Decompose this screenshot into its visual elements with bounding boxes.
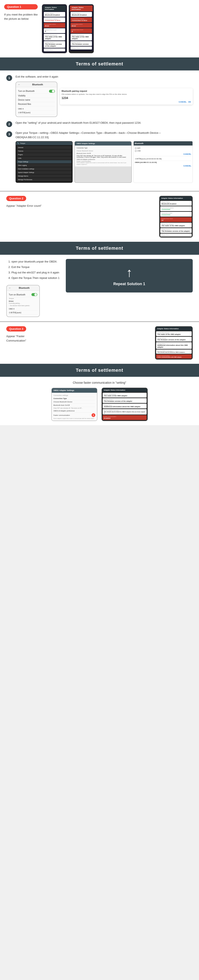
question3-badge: Question 3 bbox=[6, 326, 26, 331]
terms3-connection-settings: Connection settings bbox=[54, 394, 95, 397]
step-1-content: Exit the software, and enter it again ← … bbox=[16, 75, 193, 117]
phone-mock-2: Adapter Status Information Adapter Statu… bbox=[69, 4, 94, 53]
bt-wifi-option[interactable]: WiFi bbox=[135, 147, 191, 150]
question1-container: Question 1 If you meet the problem like … bbox=[4, 4, 38, 21]
terms3-adapter-title: Adapter Status Information bbox=[102, 388, 147, 392]
bt-devices-list: 小米手机(auto) [34:80:B3:E4:5E:5B] OBDII [AA… bbox=[135, 156, 191, 164]
step-2-text: Open the "setting" of your android,and s… bbox=[16, 121, 193, 125]
obd2-connection-type-label: Connection Type bbox=[76, 147, 87, 149]
bt-visibility-row: Visibility bbox=[18, 94, 55, 98]
bt-device-name-row: Device name bbox=[18, 98, 55, 102]
bt-cancel-btn-3[interactable]: CANCEL bbox=[183, 165, 191, 167]
q3-row-version: Adapter Version The firmware version of … bbox=[156, 337, 192, 342]
adapter-row-connection-2: Connection to adapter Connection to ECU bbox=[71, 18, 92, 22]
step-3-text: Open your Torque---setting---OBD2 Adapte… bbox=[16, 131, 193, 140]
torque-menu-themes[interactable]: Themes bbox=[17, 150, 71, 153]
question3-section: Question 3 Appear "Faster Communication"… bbox=[0, 322, 199, 364]
torque-menu-alarms[interactable]: Manage Alarms bbox=[17, 175, 71, 178]
torque-menu-obd2[interactable]: Torque Settings bbox=[17, 160, 71, 163]
obd2-faster-desc: Some adapters support this mode to commu… bbox=[76, 162, 130, 165]
torque-menu-general[interactable]: General bbox=[17, 146, 71, 149]
terms3-adapter-phone: Adapter Status Information Adapter Manuf… bbox=[102, 388, 148, 421]
torque-menu-privacy[interactable]: Manage Priv/Services bbox=[17, 178, 71, 181]
step-2-content: Open the "setting" of your android,and s… bbox=[16, 121, 193, 127]
torque-menu-units[interactable]: Units bbox=[17, 157, 71, 160]
bt-title-repeat: Bluetooth bbox=[19, 286, 30, 289]
terms3-adapter-manufacturer: Adapter Manufacturer The make of the OBD… bbox=[103, 393, 147, 398]
pin-value: 1234 bbox=[62, 96, 68, 100]
step1-bluetooth-phone: ← Bluetooth Turn on Bluetooth Visibilit bbox=[16, 81, 57, 117]
bt-turn-on-label: Turn on Bluetooth bbox=[18, 90, 35, 92]
steps-section-1: 1 Exit the software, and enter it again … bbox=[0, 70, 199, 191]
top-section: Question 1 If you meet the problem like … bbox=[0, 0, 199, 57]
bt-device-list: OBD II 小米手机(auto) bbox=[18, 107, 55, 115]
repeat-bt-toggle[interactable] bbox=[32, 293, 37, 296]
repeat-bt-device-list: OBD II 小米手机(auto) bbox=[9, 307, 37, 315]
bt-toggle-dot bbox=[52, 90, 54, 92]
phone-screen-1: Adapter Status Information Adapter Statu… bbox=[42, 5, 66, 53]
terms2-steps-container: 1. open your bluetooth,unpair the OBDII.… bbox=[6, 259, 60, 317]
bt-ok-btn[interactable]: OK bbox=[188, 101, 191, 103]
torque-menu-speech[interactable]: Speech Adapter Settings bbox=[17, 171, 71, 174]
bt-toggle[interactable] bbox=[49, 90, 55, 93]
obd2-note: Only if BT was already off. This turns o… bbox=[76, 154, 130, 158]
bt-cancel-row: CANCEL bbox=[135, 153, 191, 155]
bt-device-xiaomi[interactable]: 小米手机(auto) [34:80:B3:E4:5E:5B] bbox=[135, 157, 191, 161]
bt-pair-title: Bluetooth pairing request bbox=[62, 90, 191, 92]
question3-phone: Adapter Status Information Adapter Manuf… bbox=[155, 326, 193, 360]
question2-phone: Adapter Status Information Adapter Statu… bbox=[159, 196, 193, 237]
bt-device-obdii[interactable]: OBDII [AA:BB:CC:11:22:33] bbox=[135, 161, 191, 164]
repeat-bt-driver-label: Driver bbox=[9, 300, 37, 302]
bt-visibility-label: Visibility bbox=[18, 95, 25, 97]
terms2-step4: 4. Open the Torque.Then repeat solution … bbox=[6, 275, 60, 281]
q3-row-notes: Adapter Notes Additional information abo… bbox=[156, 342, 192, 349]
repeat-solution-label: Repeat Solution 1 bbox=[113, 282, 145, 286]
bt-device-obd[interactable]: OBD II bbox=[18, 107, 55, 111]
torque-title: Torque bbox=[20, 142, 25, 144]
adapter-row-ecu-2: Connection to ECU Error bbox=[71, 23, 92, 28]
step1-phone-header: ← Bluetooth bbox=[16, 82, 57, 87]
terms3-faster-row[interactable]: Faster communication 1 bbox=[54, 413, 95, 418]
torque-menu-dash[interactable]: Dash installation settings bbox=[17, 167, 71, 170]
repeat-bt-currently-pairing: Currently pairing... bbox=[9, 302, 37, 304]
q3-row-manufacturer: Adapter Manufacturer The make of the OBD… bbox=[156, 331, 192, 336]
terms3-adapter-faster: Faster communication Enabled bbox=[103, 415, 147, 420]
bt-cancel-btn-2[interactable]: CANCEL bbox=[183, 153, 191, 155]
adapter-row-error-1: Adapter Error Count 5 bbox=[44, 28, 65, 33]
repeat-bt-obd[interactable]: OBD II bbox=[9, 307, 37, 311]
q3-row-mpg: Enhanced MPG Calculation This should onl… bbox=[156, 350, 192, 354]
repeat-bt-on-row: Turn on Bluetooth bbox=[9, 292, 37, 297]
phone-screen-2: Adapter Status Information Adapter Statu… bbox=[69, 5, 93, 51]
question2-section: Question 2 Appear "Adapter Error count" … bbox=[0, 192, 199, 242]
question1-badge: Question 1 bbox=[4, 4, 38, 10]
adapter-row-notes-2: Adapter Notes bbox=[71, 46, 92, 49]
wifi-label: WiFi bbox=[137, 147, 141, 149]
terms2-step3: 3. Plug out the elm327 and plug in it ag… bbox=[6, 270, 60, 275]
adapter-row-ecu-1: Connection to ECU Error bbox=[44, 23, 65, 28]
repeat-bt-auto[interactable]: 小米手机(auto) bbox=[9, 311, 37, 315]
bt-pair-buttons: CANCEL OK bbox=[62, 101, 191, 103]
phone-mock-1: Adapter Status Information Adapter Statu… bbox=[42, 4, 67, 53]
phone-mockups-top: Adapter Status Information Adapter Statu… bbox=[42, 4, 94, 53]
torque-menu-data[interactable]: Data Logging bbox=[17, 164, 71, 167]
question1-text: If you meet the problem like the picture… bbox=[4, 13, 38, 21]
terms3-connection-type: Connection Type bbox=[54, 397, 95, 400]
q2-row-manufacturer: Adapter Manufacturer The make of the OBD… bbox=[160, 223, 192, 228]
bt-usb-option[interactable]: USB bbox=[135, 150, 191, 152]
terms-banner-1: Terms of settlement bbox=[0, 57, 199, 70]
terms2-inner: 1. open your bluetooth,unpair the OBDII.… bbox=[6, 259, 193, 317]
terms3-bt-auto: Bluetooth Auto On/Off bbox=[54, 404, 95, 407]
terms3-faster-label: Faster communication bbox=[54, 414, 70, 416]
question3-left: Question 3 Appear "Faster Communication" bbox=[6, 326, 151, 343]
torque-logo-icon: 🔧 bbox=[17, 142, 19, 144]
bt-cancel-btn[interactable]: CANCEL bbox=[178, 101, 186, 103]
adapter-row-version-2: Adapter Version The firmware version bbox=[71, 41, 92, 46]
pin-row: 1234 bbox=[62, 96, 191, 100]
torque-menu-plugins[interactable]: Plugins bbox=[17, 153, 71, 156]
bt-device-xm[interactable]: 小米手机(auto) bbox=[18, 111, 55, 115]
terms3-phones-container: OBD2 Adapter Settings Connection setting… bbox=[6, 388, 193, 421]
question3-text: Appear "Faster Communication" bbox=[6, 334, 40, 343]
q2-row-status: Adapter Status Bluetooth Enabled bbox=[160, 201, 192, 206]
question2-badge: Question 2 bbox=[6, 196, 26, 201]
step-1-circle: 1 bbox=[6, 75, 12, 81]
